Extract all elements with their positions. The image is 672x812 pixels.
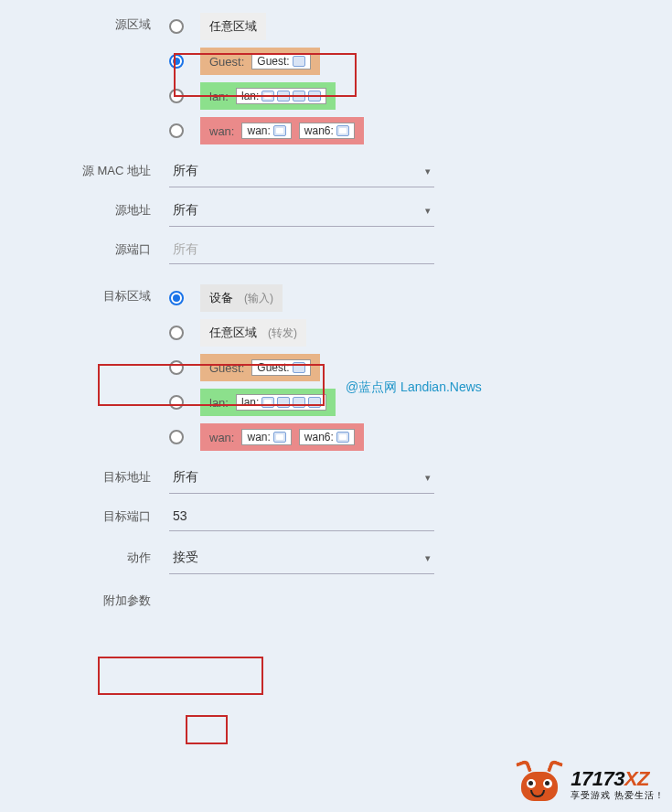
label-src-mac: 源 MAC 地址 — [0, 155, 169, 179]
dest-zone-option-wan[interactable]: wan: wan: wan6: — [169, 420, 635, 454]
row-dest-port: 目标端口 — [0, 501, 672, 531]
zone-tag-guest: Guest: Guest: — [200, 48, 320, 75]
zone-tag-any: 任意区域 — [200, 13, 266, 40]
label-dest-zone: 目标区域 — [0, 281, 169, 304]
zone-tag-guest: Guest: Guest: — [200, 354, 320, 381]
zone-tag-lan: lan: lan: — [200, 389, 336, 416]
row-src-port: 源端口 — [0, 234, 672, 264]
highlight-dest-port — [98, 657, 263, 695]
row-dest-zone: 目标区域 设备 (输入) 任意区域 (转发) Guest: — [0, 281, 672, 454]
radio-icon[interactable] — [169, 326, 184, 340]
chevron-down-icon: ▾ — [425, 205, 431, 217]
device-icon — [261, 397, 274, 408]
row-src-zone: 源区域 任意区域 Guest: Guest: lan: — [0, 9, 672, 148]
logo-main: 17173XZ — [571, 769, 665, 789]
iface-chip: wan6: — [299, 123, 355, 139]
src-addr-select[interactable]: 所有 ▾ — [169, 195, 434, 227]
logo-sub: 享受游戏 热爱生活！ — [571, 791, 665, 800]
device-icon — [261, 91, 274, 102]
label-src-addr: 源地址 — [0, 195, 169, 219]
logo-mascot-icon — [516, 766, 563, 803]
radio-icon[interactable] — [169, 123, 184, 138]
iface-chip: wan: — [241, 429, 291, 445]
label-src-zone: 源区域 — [0, 9, 169, 33]
dest-addr-select[interactable]: 所有 ▾ — [169, 462, 434, 494]
zone-tag-any: 任意区域 (转发) — [200, 319, 306, 347]
radio-icon[interactable] — [169, 430, 184, 444]
site-logo: 17173XZ 享受游戏 热爱生活！ — [516, 766, 665, 803]
label-src-port: 源端口 — [0, 234, 169, 258]
label-extra: 附加参数 — [0, 585, 169, 609]
network-icon — [293, 397, 305, 408]
row-extra: 附加参数 — [0, 585, 672, 609]
network-icon — [293, 91, 305, 102]
row-src-mac: 源 MAC 地址 所有 ▾ — [0, 155, 672, 187]
iface-chip: lan: — [236, 88, 326, 104]
network-icon — [293, 56, 305, 67]
settings-form: 源区域 任意区域 Guest: Guest: lan: — [0, 0, 672, 609]
device-icon — [336, 432, 349, 443]
iface-chip: Guest: — [251, 359, 310, 376]
dest-zone-option-any[interactable]: 任意区域 (转发) — [169, 315, 635, 350]
radio-icon[interactable] — [169, 54, 184, 69]
radio-icon[interactable] — [169, 291, 184, 305]
iface-chip: wan6: — [299, 429, 355, 445]
zone-tag-device: 设备 (输入) — [200, 284, 283, 312]
src-zone-option-any[interactable]: 任意区域 — [169, 9, 635, 44]
device-icon — [273, 125, 286, 136]
dest-port-input[interactable] — [169, 501, 434, 531]
radio-icon[interactable] — [169, 395, 184, 410]
radio-icon[interactable] — [169, 89, 184, 103]
highlight-action — [186, 715, 228, 744]
row-src-addr: 源地址 所有 ▾ — [0, 195, 672, 227]
src-port-input[interactable] — [169, 234, 434, 264]
watermark-text: @蓝点网 Landian.News — [346, 379, 482, 396]
zone-tag-wan: wan: wan: wan6: — [200, 423, 364, 451]
label-action: 动作 — [0, 542, 169, 566]
network-icon — [308, 91, 321, 102]
chevron-down-icon: ▾ — [425, 552, 431, 564]
action-select[interactable]: 接受 ▾ — [169, 542, 434, 574]
zone-tag-wan: wan: wan: wan6: — [200, 117, 364, 144]
network-icon — [277, 397, 290, 408]
device-icon — [273, 432, 286, 443]
zone-tag-lan: lan: lan: — [200, 82, 336, 110]
iface-chip: Guest: — [251, 53, 310, 69]
label-dest-port: 目标端口 — [0, 501, 169, 525]
src-zone-option-lan[interactable]: lan: lan: — [169, 79, 635, 113]
src-zone-option-wan[interactable]: wan: wan: wan6: — [169, 113, 635, 148]
radio-icon[interactable] — [169, 19, 184, 34]
row-dest-addr: 目标地址 所有 ▾ — [0, 462, 672, 494]
chevron-down-icon: ▾ — [425, 472, 431, 484]
row-action: 动作 接受 ▾ — [0, 542, 672, 574]
radio-icon[interactable] — [169, 360, 184, 375]
label-dest-addr: 目标地址 — [0, 462, 169, 486]
iface-chip: wan: — [241, 123, 291, 139]
network-icon — [308, 397, 321, 408]
network-icon — [277, 91, 290, 102]
src-mac-select[interactable]: 所有 ▾ — [169, 155, 434, 187]
src-zone-option-guest[interactable]: Guest: Guest: — [169, 44, 635, 79]
device-icon — [336, 125, 349, 136]
iface-chip: lan: — [236, 394, 326, 411]
chevron-down-icon: ▾ — [425, 166, 431, 177]
dest-zone-option-device[interactable]: 设备 (输入) — [169, 281, 635, 315]
network-icon — [293, 362, 305, 373]
